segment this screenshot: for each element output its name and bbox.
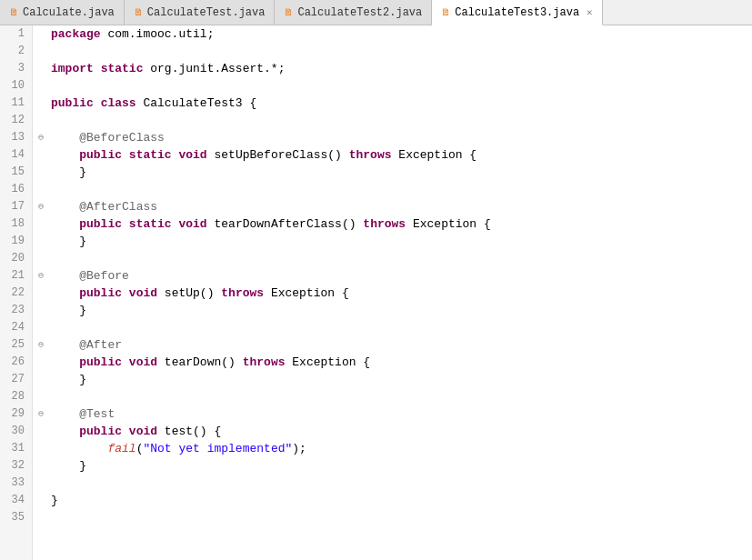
fold-17[interactable]: ⊖ <box>38 198 49 215</box>
line-num-24: 24 <box>4 319 28 336</box>
kw-void-30: void <box>129 423 157 440</box>
kw-void-14: void <box>178 146 206 164</box>
code-line-11: public class CalculateTest3 { <box>38 95 752 112</box>
file-icon: 🗎 <box>284 6 294 18</box>
line-num-12: 12 <box>4 112 28 129</box>
fold-21[interactable]: ⊖ <box>38 267 49 285</box>
code-line-1: package com.imooc.util; <box>38 25 752 43</box>
fold-13[interactable]: ⊖ <box>38 129 49 146</box>
kw-class: class <box>101 95 136 112</box>
fold-29[interactable]: ⊖ <box>38 405 49 423</box>
kw-package: package <box>51 25 101 43</box>
line-num-17: 17 <box>4 198 28 215</box>
line-num-2: 2 <box>4 43 28 60</box>
kw-void-26: void <box>129 354 157 371</box>
line-num-18: 18 <box>4 215 28 233</box>
kw-void-22: void <box>129 285 157 302</box>
fold-1[interactable] <box>38 25 49 43</box>
line-num-3: 3 <box>4 60 28 77</box>
line-num-13: 13 <box>4 129 28 146</box>
annotation-before: @Before <box>79 267 129 285</box>
kw-static-14: static <box>129 146 172 164</box>
tab-close-icon[interactable]: ✕ <box>587 6 593 18</box>
kw-throws-26: throws <box>243 354 286 371</box>
line-num-25: 25 <box>4 336 28 354</box>
code-line-14: public static void setUpBeforeClass() th… <box>38 146 752 164</box>
line-num-22: 22 <box>4 285 28 302</box>
file-icon: 🗎 <box>9 6 19 18</box>
line-num-35: 35 <box>4 509 28 526</box>
annotation-beforeclass: @BeforeClass <box>79 129 165 146</box>
code-lines: package com.imooc.util; import static or… <box>33 25 752 560</box>
kw-public-26: public <box>79 354 122 371</box>
line-num-32: 32 <box>4 457 28 475</box>
code-line-3: import static org.junit.Assert.*; <box>38 60 752 77</box>
fail-method: fail <box>107 440 135 457</box>
code-line-21: ⊖ @Before <box>38 267 752 285</box>
code-line-15: } <box>38 164 752 181</box>
line-num-21: 21 <box>4 267 28 285</box>
string-not-implemented: "Not yet implemented" <box>143 440 292 457</box>
code-line-27: } <box>38 371 752 388</box>
code-line-35 <box>38 509 752 526</box>
annotation-afterclass: @AfterClass <box>79 198 157 215</box>
code-line-29: ⊖ @Test <box>38 405 752 423</box>
file-icon: 🗎 <box>441 6 451 18</box>
code-line-23: } <box>38 302 752 319</box>
kw-public-18: public <box>79 215 122 233</box>
code-line-31: fail ( "Not yet implemented" ); <box>38 440 752 457</box>
line-num-10: 10 <box>4 77 28 95</box>
code-line-17: ⊖ @AfterClass <box>38 198 752 215</box>
tab-calculate[interactable]: 🗎 Calculate.java <box>0 0 125 25</box>
kw-static-18: static <box>129 215 172 233</box>
line-num-14: 14 <box>4 146 28 164</box>
line-number-gutter: 1 2 3 10 11 12 13 14 15 16 17 18 19 20 2… <box>0 25 33 560</box>
tab-calculatetest[interactable]: 🗎 CalculateTest.java <box>125 0 276 25</box>
code-line-2 <box>38 43 752 60</box>
kw-public-11: public <box>51 95 94 112</box>
kw-throws-14: throws <box>349 146 392 164</box>
line-num-15: 15 <box>4 164 28 181</box>
tab-label: CalculateTest2.java <box>297 6 422 19</box>
line-num-20: 20 <box>4 250 28 267</box>
line-num-27: 27 <box>4 371 28 388</box>
kw-public-14: public <box>79 146 122 164</box>
code-line-32: } <box>38 457 752 475</box>
tab-label: Calculate.java <box>23 6 115 19</box>
code-line-19: } <box>38 233 752 250</box>
editor-window: 🗎 Calculate.java 🗎 CalculateTest.java 🗎 … <box>0 0 752 560</box>
kw-void-18: void <box>178 215 206 233</box>
line-num-29: 29 <box>4 405 28 423</box>
kw-static: static <box>101 60 144 77</box>
line-num-26: 26 <box>4 354 28 371</box>
line-num-1: 1 <box>4 25 28 43</box>
tab-calculatetest3[interactable]: 🗎 CalculateTest3.java ✕ <box>432 0 602 25</box>
code-line-16 <box>38 181 752 198</box>
fold-25[interactable]: ⊖ <box>38 336 49 354</box>
code-line-13: ⊖ @BeforeClass <box>38 129 752 146</box>
line-num-30: 30 <box>4 423 28 440</box>
kw-throws-18: throws <box>363 215 406 233</box>
annotation-test: @Test <box>79 405 115 423</box>
line-num-19: 19 <box>4 233 28 250</box>
code-line-26: public void tearDown() throws Exception … <box>38 354 752 371</box>
kw-public-30: public <box>79 423 122 440</box>
line-num-33: 33 <box>4 475 28 492</box>
code-line-34: } <box>38 492 752 509</box>
kw-import: import <box>51 60 94 77</box>
code-line-12 <box>38 112 752 129</box>
code-line-33 <box>38 475 752 492</box>
line-num-31: 31 <box>4 440 28 457</box>
kw-throws-22: throws <box>221 285 264 302</box>
tab-calculatetest2[interactable]: 🗎 CalculateTest2.java <box>275 0 432 25</box>
code-line-25: ⊖ @After <box>38 336 752 354</box>
line-num-23: 23 <box>4 302 28 319</box>
tab-bar: 🗎 Calculate.java 🗎 CalculateTest.java 🗎 … <box>0 0 752 25</box>
tab-label: CalculateTest.java <box>147 6 266 19</box>
code-line-22: public void setUp() throws Exception { <box>38 285 752 302</box>
code-editor[interactable]: 1 2 3 10 11 12 13 14 15 16 17 18 19 20 2… <box>0 25 752 560</box>
line-num-34: 34 <box>4 492 28 509</box>
kw-public-22: public <box>79 285 122 302</box>
code-line-20 <box>38 250 752 267</box>
line-num-16: 16 <box>4 181 28 198</box>
